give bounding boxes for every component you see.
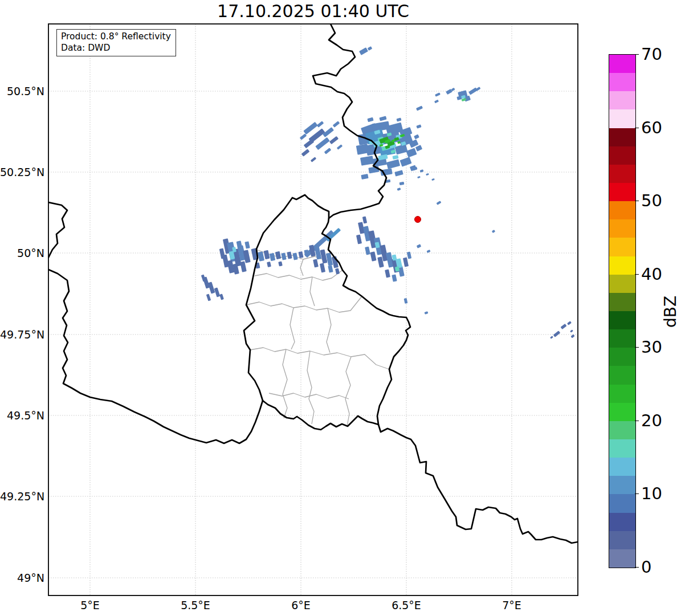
colorbar-segment (609, 458, 635, 476)
radar-echo (237, 240, 243, 249)
radar-echo (385, 269, 390, 278)
colorbar-tick-label: 70 (641, 44, 662, 64)
colorbar-segment (609, 219, 635, 238)
x-tick-label: 6°E (291, 599, 311, 611)
radar-echo (303, 122, 317, 134)
radar-echo (292, 252, 297, 260)
x-tick-label: 5°E (80, 599, 100, 611)
radar-echo (287, 251, 292, 259)
radar-echo (426, 250, 430, 253)
region-border (327, 308, 331, 353)
radar-echo (492, 230, 495, 233)
colorbar-tick-label: 40 (641, 264, 662, 284)
region-border (310, 277, 315, 306)
radar-echo (267, 262, 271, 267)
colorbar-segment (609, 275, 635, 293)
product-info-box: Product: 0.8° Reflectivity Data: DWD (56, 29, 176, 56)
radar-echo (378, 154, 388, 160)
radar-echo (468, 87, 478, 95)
radar-echo (368, 166, 379, 174)
radar-echo (335, 268, 340, 274)
radar-echo (415, 145, 422, 151)
colorbar-tick-label: 50 (641, 191, 662, 210)
radar-echo (567, 321, 572, 325)
radar-echo (333, 121, 340, 127)
radar-echo (395, 144, 408, 155)
radar-echo (368, 46, 373, 51)
radar-echo (417, 244, 421, 248)
radar-echo (214, 287, 221, 297)
colorbar-segment (609, 146, 635, 165)
region-border (246, 296, 362, 312)
colorbar-tick (635, 567, 639, 568)
colorbar-segment (609, 201, 635, 219)
radar-echo (311, 157, 316, 162)
colorbar-segment (609, 513, 635, 531)
radar-echo (406, 148, 417, 158)
x-tick-label: 5.5°E (181, 599, 210, 611)
colorbar-unit-label: dBZ (661, 296, 680, 328)
radar-echo (386, 159, 400, 169)
colorbar-segment (609, 385, 635, 403)
colorbar-segment (609, 329, 635, 348)
y-tick-label: 49.25°N (0, 490, 44, 503)
colorbar-segment (609, 348, 635, 366)
radar-echo (561, 324, 567, 329)
national-border (48, 202, 67, 258)
radar-echo (416, 105, 423, 111)
radar-map-app: 17.10.2025 01:40 UTC Product: 0.8° Refle… (0, 0, 685, 616)
radar-echo (416, 124, 421, 128)
radar-echo (426, 173, 429, 176)
colorbar-tick-label: 0 (641, 557, 651, 577)
radar-echo (435, 92, 441, 96)
radar-echo (380, 168, 392, 176)
radar-echo (219, 293, 224, 300)
radar-echo (570, 334, 574, 338)
colorbar-segment (609, 109, 635, 128)
y-tick-label: 50°N (0, 247, 44, 259)
radar-echo (414, 134, 419, 140)
colorbar-segment (609, 439, 635, 458)
national-border (378, 425, 578, 543)
colorbar-tick (635, 421, 639, 421)
colorbar-tick (635, 201, 639, 201)
colorbar-segment (609, 238, 635, 256)
map-layers (48, 24, 578, 595)
colorbar-segment (609, 403, 635, 421)
radar-echo (270, 253, 276, 261)
radar-echo (300, 133, 307, 140)
radar-echo (320, 249, 328, 263)
radar-echo (553, 331, 561, 337)
radar-echo (434, 100, 439, 104)
y-tick-label: 50.25°N (0, 166, 44, 178)
radar-echo (281, 252, 286, 260)
radar-echo (392, 155, 398, 160)
colorbar-tick-label: 10 (641, 484, 662, 503)
radar-echo (304, 139, 314, 149)
radar-echo (324, 148, 332, 154)
radar-echo (362, 217, 367, 224)
radar-echo (417, 176, 421, 179)
radar-echo (404, 298, 408, 304)
radar-echo (379, 116, 386, 121)
radar-site-marker (415, 217, 421, 223)
y-tick-label: 50.5°N (0, 85, 44, 97)
radar-echo (337, 144, 343, 149)
colorbar-segment (609, 421, 635, 439)
colorbar-segment (609, 55, 635, 73)
colorbar-tick (635, 128, 639, 128)
radar-echo (356, 234, 362, 244)
colorbar-segment (609, 476, 635, 494)
product-line: Product: 0.8° Reflectivity (61, 31, 171, 42)
colorbar-segment (609, 549, 635, 568)
radar-echo (313, 259, 319, 267)
colorbar-segment (609, 531, 635, 549)
radar-echo (244, 241, 250, 248)
radar-echo (365, 246, 370, 255)
radar-echo (219, 248, 226, 259)
national-border (313, 24, 386, 218)
radar-echo (360, 156, 374, 166)
radar-echo (399, 157, 411, 166)
colorbar-segment (609, 293, 635, 311)
national-border (48, 270, 263, 443)
